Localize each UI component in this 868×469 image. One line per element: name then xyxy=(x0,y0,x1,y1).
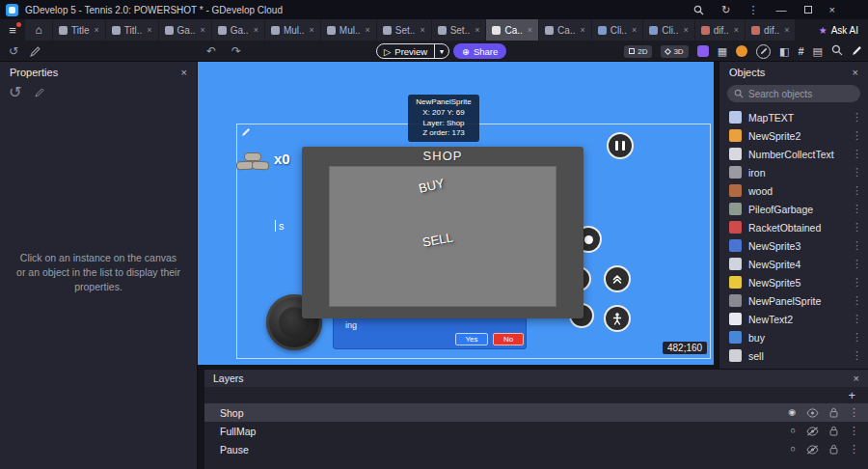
object-row-racketobtained[interactable]: RacketObtained⋮ xyxy=(719,218,868,236)
object-menu-icon[interactable]: ⋮ xyxy=(852,276,862,289)
active-layer-radio[interactable]: ◉ xyxy=(788,408,796,417)
grid-icon[interactable]: # xyxy=(798,46,803,57)
player-button-sprite[interactable] xyxy=(604,305,631,332)
object-menu-icon[interactable]: ⋮ xyxy=(852,258,862,270)
toggle-3d-button[interactable]: 3D xyxy=(661,45,688,58)
palette-icon[interactable] xyxy=(697,45,709,57)
layer-menu-icon[interactable]: ⋮ xyxy=(849,407,859,418)
lock-icon[interactable] xyxy=(829,444,838,455)
tab-close-icon[interactable]: × xyxy=(632,25,637,35)
tab-close-icon[interactable]: × xyxy=(580,25,584,35)
object-row-newsprite4[interactable]: NewSprite4⋮ xyxy=(719,255,868,273)
object-menu-icon[interactable]: ⋮ xyxy=(852,294,862,307)
sync-icon[interactable]: ↻ xyxy=(721,5,730,15)
active-layer-radio[interactable]: ○ xyxy=(791,445,796,454)
titlebar-menu-icon[interactable]: ⋮ xyxy=(748,5,759,15)
tab-close-icon[interactable]: × xyxy=(95,25,99,35)
visibility-eye-off-icon[interactable] xyxy=(806,427,819,436)
object-row-newsprite3[interactable]: NewSprite3⋮ xyxy=(719,236,868,255)
tab-13-dif[interactable]: dif..× xyxy=(695,19,745,41)
objects-search-input[interactable] xyxy=(748,89,854,99)
zoom-icon[interactable] xyxy=(831,42,843,60)
tab-close-icon[interactable]: × xyxy=(420,25,424,35)
object-menu-icon[interactable]: ⋮ xyxy=(852,313,862,325)
tab-close-icon[interactable]: × xyxy=(254,25,258,35)
lock-icon[interactable] xyxy=(829,426,838,436)
mask-icon[interactable]: ◧ xyxy=(779,46,789,57)
main-menu-icon[interactable]: ≡ xyxy=(0,19,25,41)
object-row-newtext2[interactable]: NewText2⋮ xyxy=(719,310,868,328)
yes-button[interactable]: Yes xyxy=(455,333,488,345)
search-icon[interactable] xyxy=(693,5,704,15)
paint-icon[interactable] xyxy=(736,45,747,57)
sell-button-text[interactable]: SELL xyxy=(421,230,454,249)
layer-menu-icon[interactable]: ⋮ xyxy=(849,444,859,455)
object-row-sell[interactable]: sell⋮ xyxy=(719,346,868,365)
tab-3-ga[interactable]: Ga..× xyxy=(159,19,211,41)
tab-4-ga[interactable]: Ga..× xyxy=(212,19,264,41)
tab-5-mul[interactable]: Mul..× xyxy=(265,19,320,41)
tab-6-mul[interactable]: Mul..× xyxy=(321,19,376,41)
object-menu-icon[interactable]: ⋮ xyxy=(852,331,862,344)
undo-icon[interactable]: ↶ xyxy=(206,41,216,62)
object-row-newsprite5[interactable]: NewSprite5⋮ xyxy=(719,273,868,291)
edit-scene-icon[interactable] xyxy=(852,42,862,60)
active-layer-radio[interactable]: ○ xyxy=(791,427,796,435)
tab-2-titl[interactable]: Titl..× xyxy=(106,19,158,41)
object-menu-icon[interactable]: ⋮ xyxy=(852,203,862,215)
object-row-buy[interactable]: buy⋮ xyxy=(719,328,868,346)
object-menu-icon[interactable]: ⋮ xyxy=(852,184,862,197)
layer-row-fullmap[interactable]: FullMap○⋮ xyxy=(204,422,868,440)
tab-home[interactable]: ⌂ xyxy=(25,19,52,41)
objects-grid-icon[interactable]: ▦ xyxy=(718,46,727,57)
tab-14-dif[interactable]: dif..× xyxy=(746,19,795,41)
preview-button[interactable]: ▷ Preview ▾ xyxy=(376,43,449,59)
layer-row-pause[interactable]: Pause○⋮ xyxy=(204,440,868,458)
tab-close-icon[interactable]: × xyxy=(683,25,688,35)
object-menu-icon[interactable]: ⋮ xyxy=(852,129,862,142)
buy-button-text[interactable]: BUY xyxy=(418,176,447,196)
history-icon[interactable]: ↺ xyxy=(9,41,18,62)
redo-icon[interactable]: ↷ xyxy=(231,41,241,62)
tab-close-icon[interactable]: × xyxy=(475,25,479,35)
wood-pile-sprite[interactable] xyxy=(236,147,273,174)
tab-close-icon[interactable]: × xyxy=(734,25,739,35)
objects-search-box[interactable] xyxy=(727,85,860,102)
close-layers-icon[interactable]: × xyxy=(854,372,859,384)
visibility-eye-icon[interactable] xyxy=(806,408,819,418)
object-menu-icon[interactable]: ⋮ xyxy=(852,166,862,179)
object-row-iron[interactable]: iron⋮ xyxy=(719,163,868,181)
object-menu-icon[interactable]: ⋮ xyxy=(852,349,862,362)
tab-7-set[interactable]: Set..× xyxy=(377,19,431,41)
object-row-numbercollecttext[interactable]: NumberCollectText⋮ xyxy=(719,145,868,163)
tab-close-icon[interactable]: × xyxy=(310,25,314,35)
tab-10-ca[interactable]: Ca..× xyxy=(539,19,591,41)
wood-counter-text[interactable]: x0 xyxy=(274,151,290,167)
tab-11-cli[interactable]: Cli..× xyxy=(592,19,643,41)
object-row-pileofgarbage[interactable]: PileofGarbage⋮ xyxy=(719,200,868,218)
rename-pen-icon[interactable] xyxy=(30,41,41,62)
close-properties-icon[interactable]: × xyxy=(181,67,187,78)
tab-12-cli[interactable]: Cli..× xyxy=(643,19,694,41)
tab-close-icon[interactable]: × xyxy=(147,25,151,35)
minimize-icon[interactable]: — xyxy=(776,5,787,15)
object-row-wood[interactable]: wood⋮ xyxy=(719,181,868,200)
ask-ai-button[interactable]: ★ Ask AI xyxy=(809,19,868,41)
share-button[interactable]: ⊕ Share xyxy=(453,43,506,59)
instance-history-icon[interactable]: ↺ xyxy=(9,83,21,101)
layers-toggle-icon[interactable]: ▤ xyxy=(813,46,823,57)
object-row-maptext[interactable]: MapTEXT⋮ xyxy=(719,108,868,126)
close-window-icon[interactable]: × xyxy=(829,5,835,15)
toggle-2d-button[interactable]: 2D xyxy=(624,45,652,58)
add-layer-button[interactable]: + xyxy=(848,388,855,402)
tab-close-icon[interactable]: × xyxy=(784,25,789,35)
edit-properties-icon[interactable] xyxy=(35,84,44,101)
pause-button-sprite[interactable] xyxy=(607,132,634,159)
shop-panel-sprite[interactable]: SHOP BUY SELL xyxy=(302,147,583,318)
partially-hidden-text-object[interactable]: s xyxy=(275,220,285,232)
object-menu-icon[interactable]: ⋮ xyxy=(852,221,862,234)
tab-1-title[interactable]: Title× xyxy=(53,19,105,41)
upgrade-button-sprite[interactable] xyxy=(604,265,631,292)
maximize-icon[interactable] xyxy=(804,6,812,14)
object-row-newpanelsprite[interactable]: NewPanelSprite⋮ xyxy=(719,291,868,310)
